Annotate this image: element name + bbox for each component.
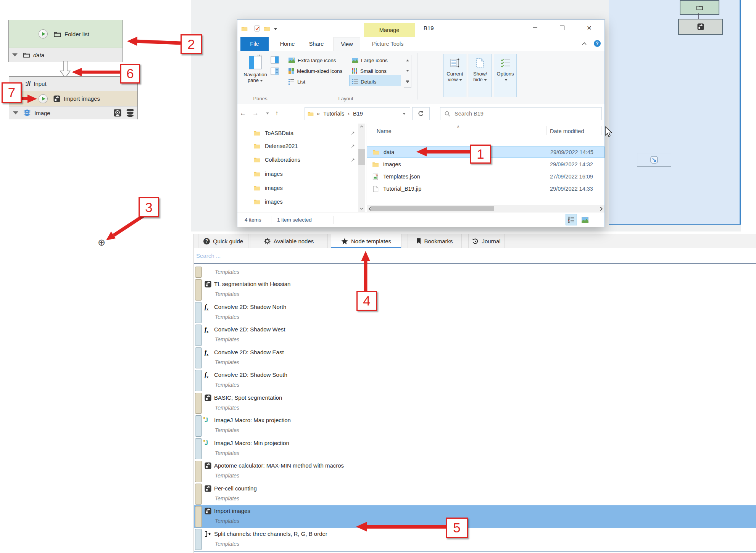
tab-available-nodes[interactable]: Available nodes bbox=[250, 234, 328, 248]
tab-file[interactable]: File bbox=[240, 37, 269, 51]
file-explorer-window[interactable]: Manage B19 × File Home Share View Pictur… bbox=[237, 19, 605, 227]
folder-list-node-header[interactable]: Folder list bbox=[9, 20, 123, 48]
tab-share[interactable]: Share bbox=[303, 37, 330, 51]
thumbnail-view-toggle[interactable] bbox=[579, 214, 591, 225]
column-header-name[interactable]: Name bbox=[377, 128, 392, 134]
sidebar-item-toasbdata[interactable]: ToASBData bbox=[237, 127, 352, 140]
tab-home[interactable]: Home bbox=[274, 37, 301, 51]
option-extra-large-icons[interactable]: Extra large icons bbox=[289, 55, 336, 65]
up-button[interactable]: ↑ bbox=[275, 109, 279, 117]
chevron-down-icon[interactable] bbox=[12, 53, 18, 56]
tab-quick-guide[interactable]: ? Quick guide bbox=[198, 234, 248, 248]
template-item-convolve-south[interactable]: fx Convolve 2D: Shadow South Templates bbox=[194, 369, 756, 392]
breadcrumb-collapse[interactable]: « bbox=[317, 111, 320, 117]
breadcrumb-tutorials[interactable]: Tutorials bbox=[323, 111, 344, 117]
recent-locations-chevron[interactable] bbox=[265, 110, 269, 117]
template-item-imagej-min[interactable]: J ImageJ Macro: Min projection Templates bbox=[194, 437, 756, 460]
run-node-button[interactable] bbox=[39, 29, 48, 39]
options-button[interactable]: Options bbox=[494, 54, 517, 97]
option-small-icons[interactable]: Small icons bbox=[352, 66, 387, 76]
input-slot-row[interactable]: :// Input bbox=[9, 77, 137, 91]
folder-list-node[interactable]: Folder list data bbox=[8, 20, 123, 62]
template-item-convolve-west[interactable]: fx Convolve 2D: Shadow West Templates bbox=[194, 324, 756, 347]
horizontal-scrollbar[interactable] bbox=[367, 205, 604, 212]
title-bar[interactable] bbox=[237, 20, 604, 37]
template-item-partial[interactable]: Templates bbox=[194, 266, 756, 278]
qat-properties-icon[interactable] bbox=[254, 25, 260, 32]
file-row-templates-json[interactable]: Templates.json 27/09/2022 16:09 bbox=[367, 171, 604, 182]
tab-picture-tools[interactable]: Picture Tools bbox=[363, 37, 412, 51]
current-view-button[interactable]: Current view bbox=[443, 54, 466, 97]
template-item-convolve-east[interactable]: fx Convolve 2D: Shadow East Templates bbox=[194, 347, 756, 369]
help-button[interactable]: ? bbox=[594, 40, 601, 47]
back-button[interactable]: ← bbox=[240, 109, 246, 117]
cache-screenshot-icon[interactable] bbox=[114, 109, 121, 117]
close-button[interactable]: × bbox=[580, 20, 598, 36]
show-hide-button[interactable]: Show/ hide bbox=[469, 54, 492, 97]
sidebar-item-images[interactable]: images bbox=[237, 167, 352, 180]
image-output-slot[interactable]: Image bbox=[9, 106, 137, 119]
import-images-node-header[interactable]: Import images bbox=[9, 91, 137, 106]
sidebar-item-collaborations[interactable]: Collaborations bbox=[237, 153, 352, 166]
layout-scroll-strip[interactable] bbox=[404, 55, 411, 88]
search-box[interactable]: Search B19 bbox=[440, 107, 602, 120]
template-item-split-channels[interactable]: Split channels: three channels, R, G, B … bbox=[194, 528, 756, 551]
minimap-fit-view-button[interactable] bbox=[637, 153, 671, 167]
tab-view[interactable]: View bbox=[334, 37, 360, 51]
ribbon-view: Navigation pane Panes Extra large icons bbox=[237, 51, 604, 104]
scroll-up-icon[interactable] bbox=[406, 59, 409, 61]
preview-pane-button[interactable] bbox=[270, 55, 279, 64]
scroll-down-icon[interactable] bbox=[406, 70, 409, 72]
details-view-toggle[interactable] bbox=[566, 214, 577, 225]
maximize-button[interactable] bbox=[553, 20, 571, 36]
refresh-button[interactable] bbox=[412, 107, 430, 120]
minimap-folder-list-node[interactable] bbox=[680, 0, 719, 15]
template-item-basic-spot[interactable]: BASIC; Spot segmentation Templates bbox=[194, 392, 756, 415]
manage-contextual-tab[interactable]: Manage bbox=[364, 23, 415, 37]
scroll-up-icon[interactable] bbox=[360, 125, 363, 128]
template-item-per-cell[interactable]: Per-cell counting Templates bbox=[194, 483, 756, 505]
sidebar-item-images[interactable]: images bbox=[237, 195, 352, 208]
tab-bookmarks[interactable]: Bookmarks bbox=[408, 234, 462, 248]
column-header-date-modified[interactable]: Date modified bbox=[550, 128, 584, 134]
template-item-imagej-max[interactable]: J ImageJ Macro: Max projection Templates bbox=[194, 415, 756, 437]
qat-new-folder-icon[interactable] bbox=[264, 26, 270, 31]
sidebar-item-defense2021[interactable]: Defense2021 bbox=[237, 140, 352, 153]
option-large-icons[interactable]: Large icons bbox=[352, 55, 388, 65]
template-item-convolve-north[interactable]: fx Convolve 2D: Shadow North Templates bbox=[194, 301, 756, 324]
template-item-apotome[interactable]: Apotome calculator: MAX-MIN method with … bbox=[194, 460, 756, 483]
scroll-right-icon[interactable] bbox=[600, 207, 603, 211]
tab-node-templates[interactable]: Node templates bbox=[331, 234, 401, 248]
template-item-tl-segmentation[interactable]: TL segmentation with Hessian Templates bbox=[194, 278, 756, 301]
minimize-button[interactable] bbox=[526, 20, 544, 36]
navigation-pane-button[interactable]: Navigation pane bbox=[243, 55, 268, 91]
scroll-more-icon[interactable] bbox=[406, 80, 409, 83]
option-details[interactable]: Details bbox=[352, 77, 376, 87]
sidebar-scrollbar[interactable] bbox=[358, 124, 365, 212]
address-bar[interactable]: « Tutorials › B19 bbox=[305, 107, 410, 120]
chevron-down-icon[interactable] bbox=[13, 111, 18, 114]
import-images-node[interactable]: :// Input Import images Image bbox=[9, 76, 138, 119]
template-search-field[interactable]: Search ... bbox=[194, 248, 756, 264]
qat-customize-chevron[interactable] bbox=[274, 25, 277, 32]
run-node-button[interactable] bbox=[39, 94, 48, 103]
collapse-ribbon-chevron-icon[interactable] bbox=[582, 42, 587, 45]
sidebar-item-images[interactable]: images bbox=[237, 182, 352, 195]
folder-list-output-slot[interactable]: data bbox=[9, 48, 123, 62]
breadcrumb-b19[interactable]: B19 bbox=[353, 111, 363, 117]
option-medium-icons[interactable]: Medium-sized icons bbox=[289, 66, 342, 76]
address-dropdown-chevron[interactable] bbox=[401, 110, 406, 117]
details-pane-button[interactable] bbox=[270, 67, 279, 76]
forward-button[interactable]: → bbox=[252, 109, 259, 117]
sidebar-item-user-guide[interactable]: User Guide bbox=[237, 208, 352, 212]
database-icon[interactable] bbox=[126, 108, 134, 117]
minimap-import-images-node[interactable] bbox=[678, 19, 723, 35]
file-row-tutorial-jip[interactable]: Tutorial_B19.jip 29/09/2022 14:33 bbox=[367, 183, 604, 195]
tab-journal[interactable]: Journal bbox=[468, 234, 505, 248]
scrollbar-thumb[interactable] bbox=[371, 206, 494, 211]
scroll-down-icon[interactable] bbox=[360, 207, 363, 210]
option-list[interactable]: List bbox=[289, 77, 305, 87]
graph-minimap-panel[interactable] bbox=[609, 0, 741, 225]
scrollbar-thumb[interactable] bbox=[358, 149, 365, 165]
template-item-import-images-selected[interactable]: Import images Templates bbox=[194, 505, 756, 528]
